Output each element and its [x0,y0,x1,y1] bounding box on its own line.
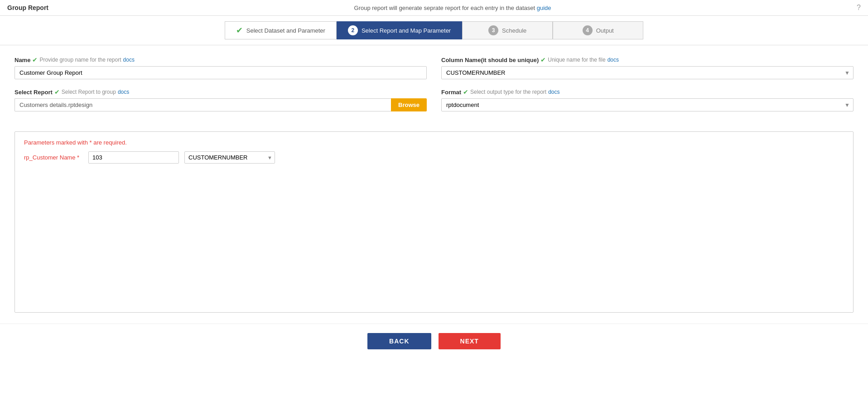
step-3-label: Schedule [502,27,526,34]
name-group: Name ✔ Provide group name for the report… [14,56,427,79]
select-report-group: Select Report ✔ Select Report to group d… [14,88,427,111]
format-label: Format ✔ Select output type for the repo… [441,88,854,96]
column-group: Column Name(it should be unique) ✔ Uniqu… [441,56,854,79]
name-input[interactable] [14,66,427,79]
format-select-wrapper: rptdocument pdf html xlsx ▼ [441,98,854,111]
file-row: Browse [14,98,427,111]
param-label: rp_Customer Name * [24,154,83,161]
form-row-1: Name ✔ Provide group name for the report… [14,56,854,79]
step-4-number: 4 [583,25,593,35]
step-1-check: ✔ [236,25,243,35]
param-required-star: * [77,154,79,161]
form-row-2: Select Report ✔ Select Report to group d… [14,88,854,111]
select-report-docs-link[interactable]: docs [118,89,129,95]
step-2-label: Select Report and Map Parameter [362,27,451,34]
browse-button[interactable]: Browse [391,98,427,111]
param-select-wrapper: CUSTOMERNUMBER CUSTOMERNAME CITY COUNTRY… [184,151,275,164]
footer-buttons: BACK NEXT [0,324,868,358]
step-4[interactable]: 4 Output [553,21,643,39]
format-check: ✔ [463,88,468,96]
param-row: rp_Customer Name * CUSTOMERNUMBER CUSTOM… [24,151,844,164]
column-docs-link[interactable]: docs [608,57,619,63]
stepper: ✔ Select Dataset and Parameter 2 Select … [0,16,868,45]
select-report-label: Select Report ✔ Select Report to group d… [14,88,427,96]
column-select-wrapper: CUSTOMERNUMBER ▼ [441,66,854,79]
page-title: Group Report [7,4,48,11]
column-select[interactable]: CUSTOMERNUMBER [441,66,854,79]
step-4-label: Output [596,27,614,34]
form-area: Name ✔ Provide group name for the report… [0,45,868,131]
name-docs-link[interactable]: docs [123,57,135,63]
format-group: Format ✔ Select output type for the repo… [441,88,854,111]
step-2-number: 2 [348,25,358,35]
format-docs-link[interactable]: docs [548,89,559,95]
params-box: Parameters marked with * are required. r… [14,131,854,313]
step-3-number: 3 [488,25,498,35]
column-label: Column Name(it should be unique) ✔ Uniqu… [441,56,854,63]
name-label: Name ✔ Provide group name for the report… [14,56,427,63]
top-bar: Group Report Group report will generate … [0,0,868,16]
required-marker: * [90,139,92,146]
select-report-check: ✔ [54,88,60,96]
next-button[interactable]: NEXT [439,333,501,349]
format-select[interactable]: rptdocument pdf html xlsx [441,98,854,111]
step-3[interactable]: 3 Schedule [462,21,553,39]
param-select[interactable]: CUSTOMERNUMBER CUSTOMERNAME CITY COUNTRY [184,151,275,164]
top-bar-info: Group report will generate seprate repor… [48,5,857,11]
column-check: ✔ [540,56,546,63]
help-icon[interactable]: ? [857,4,861,12]
guide-link[interactable]: guide [537,5,551,11]
params-header: Parameters marked with * are required. [24,139,844,146]
param-input[interactable] [88,151,179,164]
name-check: ✔ [32,56,38,63]
step-2[interactable]: 2 Select Report and Map Parameter [337,21,462,39]
back-button[interactable]: BACK [367,333,431,349]
step-1[interactable]: ✔ Select Dataset and Parameter [225,21,337,39]
report-file-input[interactable] [14,98,391,111]
step-1-label: Select Dataset and Parameter [246,27,325,34]
